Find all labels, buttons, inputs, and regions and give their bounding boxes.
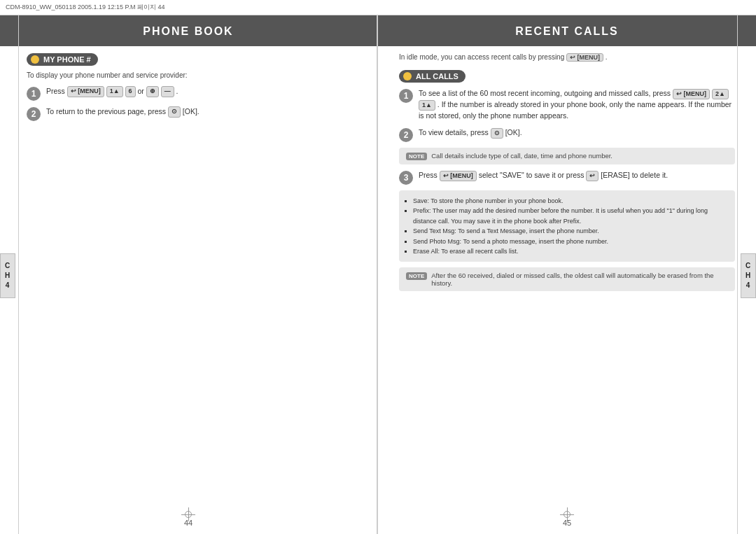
note-label-1: NOTE — [406, 153, 427, 160]
badge-dot-right — [403, 72, 412, 80]
step-1-right: 1 To see a list of the 60 most recent in… — [399, 88, 735, 122]
bullet-item: Save: To store the phone number in your … — [413, 196, 728, 206]
key-hash: — — [161, 86, 174, 97]
menu-key-right: ↩ [MENU] — [566, 53, 603, 62]
chapter-tab-left: CH4 — [0, 253, 15, 298]
step-r-num-3: 3 — [399, 171, 413, 185]
menu-key-r3: ↩ [MENU] — [440, 171, 477, 182]
main-layout: CH4 PHONE BOOK MY PHONE # To display you… — [0, 15, 756, 534]
right-page: CH4 RECENT CALLS In idle mode, you can a… — [378, 15, 756, 534]
left-section-title: PHONE BOOK — [0, 15, 377, 46]
step-2-content: To return to the previous page, press ⊙ … — [46, 106, 356, 118]
key-star: ⊕ — [146, 86, 159, 97]
key-6b: 6 — [125, 86, 136, 97]
note-text-1: Call details include type of call, date,… — [431, 152, 612, 160]
badge-dot — [31, 55, 39, 64]
step-r-3-content: Press ↩ [MENU] select "SAVE" to save it … — [419, 170, 735, 181]
step-1-content: Press ↩ [MENU] 1▲ 6 or ⊕ — . — [46, 86, 356, 97]
note-text-2: After the 60 received, dialed or missed … — [431, 272, 728, 287]
step-r-2-content: To view details, press ⊙ [OK]. — [419, 127, 735, 139]
bullet-list: Save: To store the phone number in your … — [399, 190, 735, 262]
note-box-2: NOTE After the 60 received, dialed or mi… — [399, 267, 735, 291]
bullet-item: Send Photo Msg: To send a photo message,… — [413, 237, 728, 246]
all-calls-badge: ALL CALLS — [399, 70, 465, 83]
key-2: 2▲ — [712, 89, 729, 100]
erase-key: ↩ — [586, 171, 598, 182]
menu-key-left: ↩ [MENU] — [67, 86, 104, 97]
step-2-right: 2 To view details, press ⊙ [OK]. — [399, 127, 735, 142]
bullet-item: Erase All: To erase all recent calls lis… — [413, 246, 728, 256]
page-num-left: 44 — [184, 519, 192, 527]
step-r-num-2: 2 — [399, 128, 413, 142]
right-section-title: RECENT CALLS — [378, 15, 756, 46]
right-edge-line — [737, 15, 738, 534]
key-1a: 1▲ — [106, 86, 123, 97]
chapter-tab-right: CH4 — [741, 253, 756, 298]
key-1b: 1▲ — [419, 100, 435, 111]
sub-text: To display your phone number and service… — [27, 71, 356, 79]
ok-key-r: ⊙ — [491, 128, 503, 139]
left-page-content: MY PHONE # To display your phone number … — [0, 53, 377, 127]
page-header: CDM-8910_WW_050118 2005.1.19 12:15 P.M 페… — [0, 0, 756, 15]
left-page: CH4 PHONE BOOK MY PHONE # To display you… — [0, 15, 378, 534]
idle-text: In idle mode, you can access recent call… — [399, 53, 735, 62]
left-edge-line — [18, 15, 19, 534]
step-num-2: 2 — [27, 107, 41, 121]
step-r-num-1: 1 — [399, 89, 413, 103]
my-phone-badge: MY PHONE # — [27, 53, 98, 66]
step-num-1: 1 — [27, 87, 41, 101]
right-page-content: In idle mode, you can access recent call… — [378, 53, 756, 297]
ok-key: ⊙ — [168, 106, 181, 118]
note-label-2: NOTE — [406, 272, 427, 280]
step-1-left: 1 Press ↩ [MENU] 1▲ 6 or ⊕ — . — [27, 86, 356, 101]
note-box-1: NOTE Call details include type of call, … — [399, 148, 735, 164]
step-3-right: 3 Press ↩ [MENU] select "SAVE" to save i… — [399, 170, 735, 185]
step-2-left: 2 To return to the previous page, press … — [27, 106, 356, 121]
page-num-right: 45 — [563, 519, 571, 527]
menu-key-r1: ↩ [MENU] — [673, 89, 710, 100]
bullet-item: Send Text Msg: To send a Text Message, i… — [413, 226, 728, 236]
bullet-item: Prefix: The user may add the desired num… — [413, 206, 728, 226]
step-r-1-content: To see a list of the 60 most recent inco… — [419, 88, 735, 122]
